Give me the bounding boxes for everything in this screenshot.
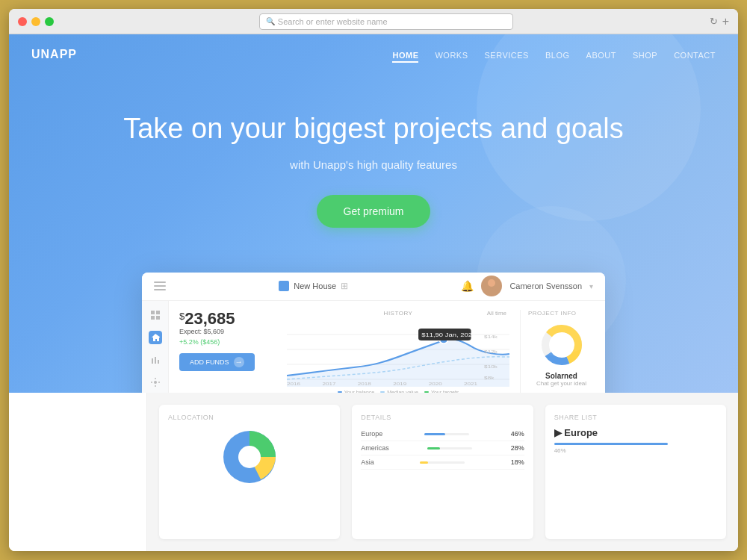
project-name-label: Solarned <box>528 372 595 380</box>
dash-project-info: PROJECT INFO Solarned <box>520 310 595 393</box>
nav-link-home[interactable]: HOME <box>392 51 418 63</box>
maximize-button[interactable] <box>45 17 54 26</box>
svg-point-1 <box>486 288 498 296</box>
svg-text:2017: 2017 <box>322 382 335 387</box>
list-item-value: 28% <box>511 444 524 452</box>
period-label: Expect: <box>179 328 202 335</box>
get-premium-button[interactable]: Get premium <box>317 195 431 228</box>
details-title: Details <box>361 414 524 421</box>
nav-link-works[interactable]: WORKS <box>435 51 468 60</box>
progress-fill <box>420 461 428 464</box>
sidebar-icon-chart[interactable] <box>149 353 162 367</box>
nav-links: HOME WORKS SERVICES BLOG ABOUT SHOP CONT… <box>392 48 716 61</box>
svg-text:$10k: $10k <box>484 364 498 370</box>
dash-topbar: New House ⊞ 🔔 <box>142 273 605 301</box>
nav-item-contact[interactable]: CONTACT <box>674 48 716 61</box>
svg-text:$12k: $12k <box>484 349 498 355</box>
progress-bar <box>427 447 472 449</box>
below-sidebar <box>9 393 147 551</box>
amount-display: $23,685 <box>179 310 276 328</box>
list-item-value: 46% <box>511 430 524 438</box>
nav-item-works[interactable]: WORKS <box>435 48 468 61</box>
svg-rect-4 <box>151 316 155 320</box>
search-icon: 🔍 <box>266 17 275 25</box>
dash-topbar-right: 🔔 Cameron Svensson ▾ <box>461 276 593 296</box>
allocation-title: Allocation <box>168 414 331 421</box>
list-item: Americas 28% <box>361 441 524 455</box>
svg-text:2019: 2019 <box>393 382 406 387</box>
nav-item-blog[interactable]: BLOG <box>545 48 570 61</box>
change-value: +5.2% ($456) <box>179 338 276 346</box>
chart-legend: Your balance Median value <box>287 390 509 393</box>
nav-item-about[interactable]: ABOUT <box>586 48 616 61</box>
list-item-label: Europe <box>361 430 382 438</box>
chart-title: HISTORY <box>287 310 509 317</box>
nav-item-home[interactable]: HOME <box>392 48 418 61</box>
add-funds-button[interactable]: ADD FUNDS → <box>179 353 255 371</box>
legend-label-balance: Your balance <box>344 390 375 393</box>
dash-topbar-center: New House ⊞ <box>172 281 455 291</box>
svg-text:2018: 2018 <box>358 382 371 387</box>
svg-text:2020: 2020 <box>429 382 442 387</box>
legend-item-targets: Your targets <box>424 390 459 393</box>
progress-fill <box>427 447 440 449</box>
svg-rect-8 <box>158 360 159 364</box>
nav-item-shop[interactable]: SHOP <box>633 48 657 61</box>
user-name: Cameron Svensson <box>509 281 582 290</box>
sidebar-icon-settings[interactable] <box>149 376 162 389</box>
nav-link-contact[interactable]: CONTACT <box>674 51 716 60</box>
list-item-label: Americas <box>361 444 389 452</box>
browser-address-bar: 🔍 Search or enter website name <box>63 13 710 30</box>
svg-rect-5 <box>156 316 160 320</box>
nav-link-blog[interactable]: BLOG <box>545 51 570 60</box>
progress-bar <box>424 433 469 435</box>
svg-text:2021: 2021 <box>464 382 477 387</box>
legend-label-targets: Your targets <box>431 390 459 393</box>
svg-rect-7 <box>155 357 156 364</box>
europe-label: ▶ Europe <box>554 427 717 438</box>
close-button[interactable] <box>18 17 27 26</box>
list-item: Europe 46% <box>361 427 524 441</box>
nav-link-services[interactable]: SERVICES <box>485 51 529 60</box>
browser-controls: ↻ + <box>710 15 729 28</box>
svg-point-9 <box>154 381 157 384</box>
below-fold-section: Allocation Details Europe <box>9 393 738 551</box>
svg-text:$8k: $8k <box>484 376 495 381</box>
sidebar-icon-grid[interactable] <box>149 308 162 322</box>
hamburger-icon[interactable] <box>154 281 166 290</box>
europe-card: Share list ▶ Europe 46% <box>545 405 726 539</box>
navbar: UNAPP HOME WORKS SERVICES BLOG ABOUT SHO… <box>9 34 738 75</box>
svg-rect-3 <box>156 311 160 314</box>
details-card: Details Europe 46% Americas 28% <box>352 405 533 539</box>
add-funds-label: ADD FUNDS <box>190 358 229 366</box>
reload-icon[interactable]: ↻ <box>710 16 718 27</box>
bell-icon[interactable]: 🔔 <box>461 280 474 292</box>
donut-chart <box>528 323 595 367</box>
minimize-button[interactable] <box>31 17 40 26</box>
nav-link-about[interactable]: ABOUT <box>586 51 616 60</box>
europe-bar <box>554 443 717 445</box>
nav-item-services[interactable]: SERVICES <box>485 48 529 61</box>
svg-text:2016: 2016 <box>287 382 300 387</box>
traffic-lights <box>18 17 54 26</box>
logo: UNAPP <box>31 48 77 61</box>
hero-subtitle: with Unapp's high quality features <box>31 158 716 171</box>
dash-body: $23,685 Expect: $5,609 +5.2% ($456) ADD … <box>142 301 605 393</box>
address-input[interactable]: 🔍 Search or enter website name <box>259 13 513 30</box>
progress-fill <box>424 433 445 435</box>
grid-icon: ⊞ <box>341 281 348 291</box>
list-item-value: 18% <box>511 458 524 466</box>
dash-stats: $23,685 Expect: $5,609 +5.2% ($456) ADD … <box>179 310 276 393</box>
amount-value: 23,685 <box>185 309 235 328</box>
sidebar-icon-home[interactable] <box>149 331 162 344</box>
nav-link-shop[interactable]: SHOP <box>633 51 657 60</box>
new-tab-button[interactable]: + <box>722 15 729 28</box>
svg-point-31 <box>238 446 261 468</box>
dashboard-preview: New House ⊞ 🔔 <box>9 273 738 393</box>
dash-main-top: $23,685 Expect: $5,609 +5.2% ($456) ADD … <box>179 310 595 393</box>
chart-area: $11,90 Jan, 2021 2016 2017 2018 2019 202… <box>287 320 509 387</box>
chevron-down-icon[interactable]: ▾ <box>589 282 593 290</box>
chart-filter[interactable]: All time <box>487 310 506 317</box>
list-item: Asia 18% <box>361 455 524 470</box>
legend-item-median: Median value <box>380 390 418 393</box>
